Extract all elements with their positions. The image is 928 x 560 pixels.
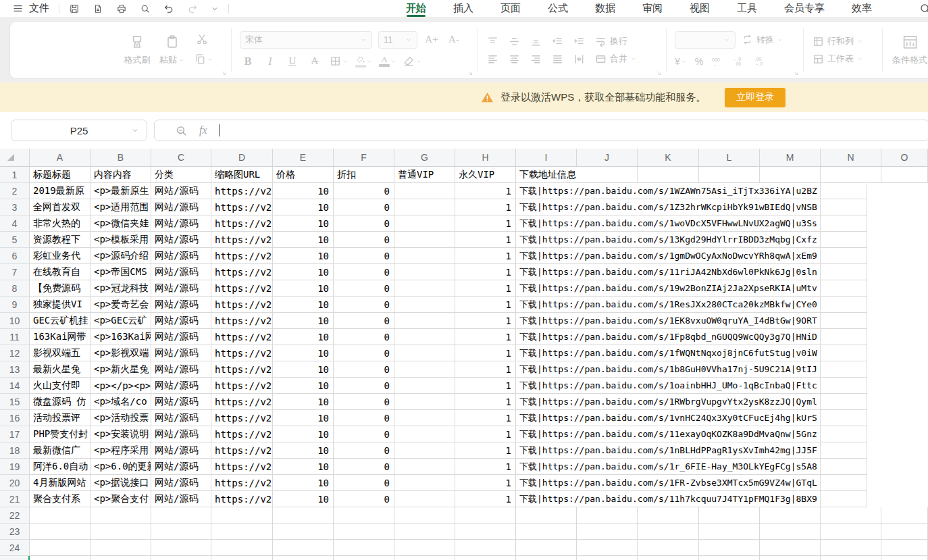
cell-E2[interactable]: 10 [273,183,334,199]
cell-C2[interactable]: 网站/源码 [151,183,211,199]
cell-K22[interactable] [638,507,699,524]
cell-I4[interactable]: 下载|https://pan.baidu.com/s/1woVDcX5VFHww… [516,215,821,232]
increase-decimal-icon[interactable]: .00→.0 [753,55,766,68]
cell-G4[interactable] [394,215,455,232]
cell-A3[interactable]: 全网首发双 [30,199,91,215]
cell-D15[interactable]: https://v2 [211,394,273,410]
tab-开始[interactable]: 开始 [406,2,426,15]
cell-C16[interactable]: 网站/源码 [151,410,211,426]
copy-button[interactable] [194,51,213,68]
cell-O23[interactable] [881,524,928,540]
cell-F10[interactable]: 0 [334,313,394,329]
row-header-18[interactable]: 18 [0,442,30,459]
cell-E23[interactable] [273,524,334,540]
cell-G12[interactable] [394,345,455,361]
col-header-E[interactable]: E [273,149,334,167]
cell-E8[interactable]: 10 [273,280,334,297]
cell-A9[interactable]: 独家提供VI [30,297,91,313]
cell-E24[interactable] [273,540,334,556]
tab-审阅[interactable]: 审阅 [642,2,663,15]
cell-G10[interactable] [394,313,455,329]
cell-C20[interactable]: 网站/源码 [151,475,211,491]
clear-format-button[interactable] [403,53,422,70]
cell-D1[interactable]: 缩略图URL [211,167,273,183]
row-header-5[interactable]: 5 [0,232,30,248]
cell-E5[interactable]: 10 [273,232,334,248]
cell-E15[interactable]: 10 [273,394,334,410]
borders-button[interactable] [329,53,349,70]
cell-I18[interactable]: 下载|https://pan.baidu.com/s/1nBLHdPPagR1y… [516,442,821,459]
cell-H20[interactable]: 1 [455,475,516,491]
cell-B10[interactable]: <p>GEC云矿 [91,313,151,329]
cell-O7[interactable] [821,264,867,280]
cell-A5[interactable]: 资源教程下 [30,232,91,248]
col-header-N[interactable]: N [821,149,881,167]
cell-O12[interactable] [821,345,867,361]
cell-A19[interactable]: 阿洋6.0自动 [30,459,91,475]
cell-J23[interactable] [577,524,638,540]
cell-N1[interactable] [821,167,881,183]
row-header-17[interactable]: 17 [0,426,30,442]
tab-数据[interactable]: 数据 [595,2,615,15]
cell-D9[interactable]: https://v2 [211,297,273,313]
wrap-text-button[interactable]: 换行 [594,35,627,48]
col-header-J[interactable]: J [577,149,638,167]
cell-B2[interactable]: <p>最新原生 [91,183,151,199]
cell-D5[interactable]: https://v2 [211,232,273,248]
cell-I25[interactable] [516,556,577,560]
row-header-7[interactable]: 7 [0,264,30,280]
cell-L1[interactable] [699,167,760,183]
cell-A12[interactable]: 影视双端五 [30,345,91,361]
cell-H4[interactable]: 1 [455,215,516,232]
col-header-O[interactable]: O [881,149,928,167]
italic-button[interactable]: I [262,53,278,70]
cell-C8[interactable]: 网站/源码 [151,280,211,297]
cell-A14[interactable]: 火山支付即 [30,378,91,394]
cell-H23[interactable] [455,524,516,540]
save-icon[interactable] [69,3,80,14]
cell-I22[interactable] [516,507,577,524]
cell-G5[interactable] [394,232,455,248]
cell-K1[interactable] [638,167,699,183]
cell-B12[interactable]: <p>影视双端 [91,345,151,361]
col-header-F[interactable]: F [334,149,394,167]
cell-O17[interactable] [821,426,867,442]
row-header-20[interactable]: 20 [0,475,30,491]
export-icon[interactable] [93,3,103,14]
cell-B14[interactable]: <p></p><p> [91,378,151,394]
cell-A23[interactable] [30,524,91,540]
cell-H1[interactable]: 永久VIP [455,167,516,183]
cell-H14[interactable]: 1 [455,378,516,394]
cell-O1[interactable] [881,167,928,183]
cell-E18[interactable]: 10 [273,442,334,459]
print-icon[interactable] [116,3,127,14]
cell-E25[interactable] [273,556,334,560]
cell-I7[interactable]: 下载|https://pan.baidu.com/s/11riJA42NbXd6… [516,264,821,280]
cell-C23[interactable] [151,524,211,540]
undo-icon[interactable] [163,3,174,14]
col-header-A[interactable]: A [30,149,91,167]
row-header-21[interactable]: 21 [0,491,30,507]
font-name-select[interactable]: 宋体 [240,31,372,49]
cell-G14[interactable] [394,378,455,394]
row-header-8[interactable]: 8 [0,280,30,297]
login-now-button[interactable]: 立即登录 [725,88,785,107]
align-top-icon[interactable] [486,35,499,48]
cell-E10[interactable]: 10 [273,313,334,329]
cell-D16[interactable]: https://v2 [211,410,273,426]
cell-C12[interactable]: 网站/源码 [151,345,211,361]
cell-B18[interactable]: <p>程序采用 [91,442,151,459]
cell-D11[interactable]: https://v2 [211,329,273,345]
cell-B16[interactable]: <p>活动投票 [91,410,151,426]
cell-K25[interactable] [638,556,699,560]
conditional-format-icon[interactable] [901,34,919,50]
cell-A8[interactable]: 【免费源码 [30,280,91,297]
cell-F20[interactable]: 0 [334,475,394,491]
cell-I9[interactable]: 下载|https://pan.baidu.com/s/1ResJXx280CTc… [516,297,821,313]
cell-D17[interactable]: https://v2 [211,426,273,442]
cell-O8[interactable] [821,280,867,297]
paste-button[interactable]: 粘贴 [155,34,190,66]
cell-O25[interactable] [881,556,928,560]
cell-O21[interactable] [821,491,867,507]
row-header-24[interactable]: 24 [0,540,30,556]
